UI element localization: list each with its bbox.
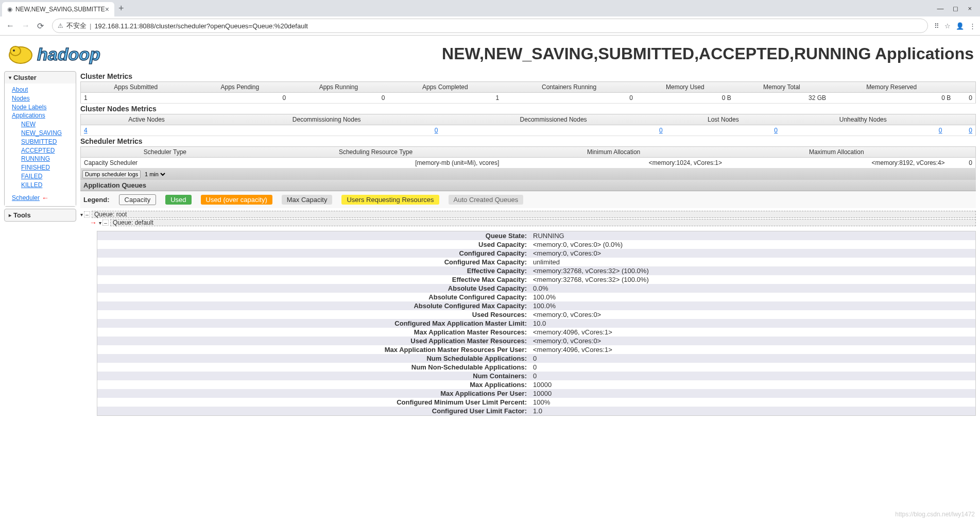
detail-row: Configured Max Application Master Limit:… xyxy=(97,319,975,328)
url-text: 192.168.11.21:8088/cluster/scheduler?ope… xyxy=(94,22,308,30)
caret-down-icon: ▾ xyxy=(9,75,11,80)
translate-icon[interactable]: ⠿ xyxy=(934,22,939,30)
close-window-icon[interactable]: × xyxy=(968,5,972,12)
svg-text:hadoop: hadoop xyxy=(37,44,100,64)
legend-users: Users Requesting Resources xyxy=(341,195,439,205)
sidebar-link-submitted[interactable]: SUBMITTED xyxy=(21,138,72,146)
sidebar-link-accepted[interactable]: ACCEPTED xyxy=(21,146,72,155)
nodes-metrics-table: Active NodesDecommissioning NodesDecommi… xyxy=(80,114,976,136)
table-row: 400000 xyxy=(81,125,976,136)
new-tab-button[interactable]: + xyxy=(118,3,124,14)
queue-bar-root: Queue: root xyxy=(92,211,976,218)
legend-auto: Auto Created Queues xyxy=(449,195,524,205)
browser-chrome: ◉ NEW,NEW_SAVING,SUBMITTE × + — ◻ × ← → … xyxy=(0,0,980,36)
insecure-icon: ⚠ xyxy=(58,22,63,29)
legend-max: Max Capacity xyxy=(282,195,333,205)
queue-root-node[interactable]: ▾ – Queue: root xyxy=(80,210,976,219)
sidebar-link-nodes[interactable]: Nodes xyxy=(12,94,72,103)
close-tab-icon[interactable]: × xyxy=(105,5,109,13)
sidebar-link-finished[interactable]: FINISHED xyxy=(21,163,72,172)
queue-details-table: Queue State:RUNNINGUsed Capacity:<memory… xyxy=(97,231,976,416)
detail-row: Num Non-Schedulable Applications:0 xyxy=(97,363,975,372)
svg-point-2 xyxy=(13,49,15,52)
detail-row: Absolute Configured Max Capacity:100.0% xyxy=(97,301,975,310)
collapse-icon[interactable]: – xyxy=(102,220,109,226)
legend-over: Used (over capacity) xyxy=(201,195,272,205)
detail-row: Used Resources:<memory:0, vCores:0> xyxy=(97,310,975,319)
browser-tab[interactable]: ◉ NEW,NEW_SAVING,SUBMITTE × xyxy=(2,2,114,16)
maximize-icon[interactable]: ◻ xyxy=(953,5,958,12)
sidebar-link-failed[interactable]: FAILED xyxy=(21,172,72,181)
legend-row: Legend: Capacity Used Used (over capacit… xyxy=(80,191,976,208)
detail-row: Effective Max Capacity:<memory:32768, vC… xyxy=(97,275,975,284)
profile-icon[interactable]: 👤 xyxy=(956,22,964,30)
app-queues-header: Application Queues xyxy=(80,180,976,191)
cluster-metrics-table: Apps SubmittedApps PendingApps RunningAp… xyxy=(80,81,976,104)
detail-row: Num Containers:0 xyxy=(97,372,975,380)
tab-title: NEW,NEW_SAVING,SUBMITTE xyxy=(15,6,105,13)
detail-row: Max Application Master Resources:<memory… xyxy=(97,328,975,337)
sidebar-link-scheduler[interactable]: Scheduler xyxy=(12,194,40,203)
detail-row: Configured Minimum User Limit Percent:10… xyxy=(97,398,975,407)
detail-row: Configured Capacity:<memory:0, vCores:0> xyxy=(97,249,975,258)
menu-icon[interactable]: ⋮ xyxy=(969,22,976,30)
sidebar-link-about[interactable]: About xyxy=(12,86,72,94)
detail-row: Effective Capacity:<memory:32768, vCores… xyxy=(97,266,975,275)
star-icon[interactable]: ☆ xyxy=(944,22,951,30)
svg-point-1 xyxy=(10,46,21,56)
tab-bar: ◉ NEW,NEW_SAVING,SUBMITTE × + — ◻ × xyxy=(0,0,980,16)
caret-right-icon: ▸ xyxy=(9,212,11,218)
scheduler-metrics-table: Scheduler TypeScheduling Resource TypeMi… xyxy=(80,146,976,169)
queue-default-node[interactable]: ▾ – Queue: default xyxy=(99,219,976,227)
minimize-icon[interactable]: — xyxy=(937,5,943,12)
legend-label: Legend: xyxy=(83,196,110,204)
detail-row: Absolute Used Capacity:0.0% xyxy=(97,284,975,293)
forward-button[interactable]: → xyxy=(20,19,32,32)
reload-button[interactable]: ⟳ xyxy=(35,19,46,33)
table-row: Capacity Scheduler[memory-mb (unit=Mi), … xyxy=(81,158,976,169)
scheduler-metrics-title: Scheduler Metrics xyxy=(80,137,976,145)
sidebar-header-cluster[interactable]: ▾ Cluster xyxy=(5,72,76,83)
window-controls: — ◻ × xyxy=(937,5,978,12)
caret-down-icon: ▾ xyxy=(99,220,101,226)
dump-time-select[interactable]: 1 min xyxy=(143,171,167,178)
sidebar-link-running[interactable]: RUNNING xyxy=(21,155,72,163)
sidebar-link-new[interactable]: NEW xyxy=(21,120,72,129)
nodes-metrics-title: Cluster Nodes Metrics xyxy=(80,105,976,113)
sidebar-link-killed[interactable]: KILLED xyxy=(21,181,72,190)
globe-icon: ◉ xyxy=(7,6,12,13)
table-row: 100100 B32 GB0 B0 xyxy=(81,93,976,104)
hadoop-logo: hadoop xyxy=(4,40,128,68)
detail-row: Max Application Master Resources Per Use… xyxy=(97,345,975,354)
dump-scheduler-logs-button[interactable]: Dump scheduler logs xyxy=(82,170,141,178)
sidebar: ▾ Cluster About Nodes Node Labels Applic… xyxy=(4,71,76,416)
detail-row: Absolute Configured Capacity:100.0% xyxy=(97,293,975,301)
sidebar-link-applications[interactable]: Applications xyxy=(12,111,72,120)
page-title: NEW,NEW_SAVING,SUBMITTED,ACCEPTED,RUNNIN… xyxy=(128,44,976,63)
arrow-annotation-icon: → xyxy=(90,219,97,227)
detail-row: Configured User Limit Factor:1.0 xyxy=(97,407,975,415)
address-bar[interactable]: ⚠ 不安全 | 192.168.11.21:8088/cluster/sched… xyxy=(52,19,928,33)
sidebar-link-node-labels[interactable]: Node Labels xyxy=(12,103,72,112)
queue-bar-default: Queue: default xyxy=(110,219,976,226)
caret-down-icon: ▾ xyxy=(80,212,83,217)
detail-row: Configured Max Capacity:unlimited xyxy=(97,258,975,266)
legend-capacity: Capacity xyxy=(119,194,157,205)
main-content: Cluster Metrics Apps SubmittedApps Pendi… xyxy=(80,71,976,416)
detail-row: Used Application Master Resources:<memor… xyxy=(97,337,975,345)
insecure-label: 不安全 xyxy=(66,21,87,30)
cluster-metrics-title: Cluster Metrics xyxy=(80,72,976,80)
detail-row: Queue State:RUNNING xyxy=(97,231,975,240)
collapse-icon[interactable]: – xyxy=(84,211,90,217)
nav-bar: ← → ⟳ ⚠ 不安全 | 192.168.11.21:8088/cluster… xyxy=(0,16,980,35)
legend-used: Used xyxy=(165,195,191,205)
detail-row: Num Schedulable Applications:0 xyxy=(97,354,975,363)
back-button[interactable]: ← xyxy=(4,19,16,32)
detail-row: Used Capacity:<memory:0, vCores:0> (0.0%… xyxy=(97,240,975,249)
sidebar-link-new_saving[interactable]: NEW_SAVING xyxy=(21,129,72,138)
detail-row: Max Applications Per User:10000 xyxy=(97,389,975,398)
arrow-annotation-icon: ← xyxy=(42,194,49,202)
sidebar-header-tools[interactable]: ▸ Tools xyxy=(5,209,76,221)
detail-row: Max Applications:10000 xyxy=(97,380,975,389)
